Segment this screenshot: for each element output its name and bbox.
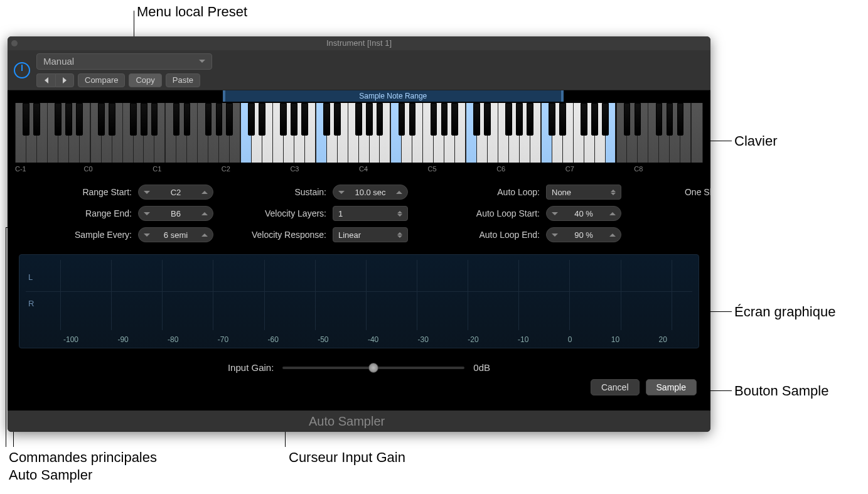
sample-every-value: 6 semi [164, 230, 188, 240]
sample-every-label: Sample Every: [75, 230, 132, 240]
graph-db-ticks: -100-90-80-70-60-50-40-30-20-1001020 [19, 335, 699, 344]
action-row: Cancel Sample [8, 377, 710, 404]
auto-loop-end-label: Auto Loop End: [479, 230, 540, 240]
footer-title: Auto Sampler [309, 414, 385, 429]
preset-menu[interactable]: Manual [36, 53, 212, 70]
range-end-value: B6 [171, 209, 181, 218]
triangle-down-icon [338, 191, 345, 194]
input-gain-value: 0dB [473, 362, 490, 373]
triangle-up-icon [396, 191, 402, 194]
preset-name: Manual [43, 56, 74, 67]
velocity-layers-value: 1 [338, 209, 343, 218]
graph-left-label: L [28, 272, 33, 282]
callout-graphic-display: Écran graphique [734, 304, 835, 320]
sustain-label: Sustain: [294, 187, 326, 197]
slider-thumb[interactable] [368, 363, 378, 373]
velocity-response-select[interactable]: Linear [333, 227, 408, 242]
paste-button[interactable]: Paste [166, 73, 200, 87]
plugin-body: Sample Note Range C-1C0C1C2C3C4C5C6C7C8 … [8, 90, 710, 411]
velocity-layers-label: Velocity Layers: [265, 208, 326, 218]
main-controls: Range Start: C2 Sustain: 10.0 sec Auto L… [8, 173, 710, 249]
note-range-active[interactable]: Sample Note Range [223, 90, 564, 102]
input-gain-label: Input Gain: [228, 362, 274, 373]
plugin-window: Instrument [Inst 1] Manual Compare Copy … [8, 36, 710, 432]
range-end-label: Range End: [85, 208, 132, 218]
velocity-response-label: Velocity Response: [252, 230, 326, 240]
compare-button[interactable]: Compare [78, 73, 125, 87]
note-range-label: Sample Note Range [359, 92, 427, 100]
copy-button[interactable]: Copy [129, 73, 161, 87]
note-range-bar: Sample Note Range [15, 90, 703, 102]
input-gain-slider[interactable] [282, 367, 464, 369]
range-start-stepper[interactable]: C2 [138, 185, 213, 200]
triangle-right-icon [63, 77, 67, 83]
auto-loop-end-stepper[interactable]: 90 % [546, 227, 621, 242]
cancel-button[interactable]: Cancel [591, 379, 640, 395]
sample-every-stepper[interactable]: 6 semi [138, 227, 213, 242]
callout-main-controls-1: Commandes principales [9, 449, 157, 466]
range-start-label: Range Start: [82, 187, 132, 197]
auto-loop-label: Auto Loop: [497, 187, 540, 197]
triangle-left-icon [45, 77, 48, 83]
auto-loop-end-value: 90 % [574, 230, 593, 240]
callout-keyboard: Clavier [734, 133, 777, 149]
sustain-stepper[interactable]: 10.0 sec [333, 185, 408, 200]
window-title: Instrument [Inst 1] [326, 38, 392, 48]
next-preset-button[interactable] [55, 73, 74, 87]
callout-input-gain: Curseur Input Gain [289, 449, 405, 466]
auto-loop-select[interactable]: None [546, 185, 621, 200]
auto-loop-start-stepper[interactable]: 40 % [546, 206, 621, 221]
range-end-stepper[interactable]: B6 [138, 206, 213, 221]
sample-button[interactable]: Sample [646, 379, 697, 395]
auto-loop-value: None [552, 188, 571, 197]
range-start-value: C2 [171, 188, 181, 197]
input-gain-row: Input Gain: 0dB [8, 353, 710, 377]
auto-loop-start-value: 40 % [574, 209, 593, 218]
graph-right-label: R [28, 299, 34, 308]
velocity-layers-select[interactable]: 1 [333, 206, 408, 221]
graphic-display: L R -100-90-80-70-60-50-40-30-20-1001020 [19, 254, 699, 348]
one-shot-label: One Shot: [685, 187, 710, 197]
plugin-footer: Auto Sampler [8, 411, 710, 432]
velocity-response-value: Linear [338, 230, 361, 240]
graph-midline [26, 291, 692, 292]
window-titlebar: Instrument [Inst 1] [8, 36, 710, 50]
power-button[interactable] [14, 62, 30, 78]
prev-preset-button[interactable] [36, 73, 55, 87]
callout-preset-menu: Menu local Preset [137, 4, 247, 20]
sustain-value: 10.0 sec [355, 188, 385, 197]
chevron-down-icon [199, 60, 205, 63]
keyboard[interactable] [15, 103, 703, 163]
plugin-header: Manual Compare Copy Paste [8, 50, 710, 90]
callout-sample-button: Bouton Sample [734, 383, 828, 399]
close-icon[interactable] [11, 40, 18, 46]
callout-line [6, 227, 6, 447]
octave-labels: C-1C0C1C2C3C4C5C6C7C8 [15, 165, 703, 173]
callout-main-controls-2: Auto Sampler [9, 467, 92, 483]
triangle-down-icon [144, 191, 150, 194]
triangle-up-icon [201, 191, 208, 194]
auto-loop-start-label: Auto Loop Start: [476, 208, 540, 218]
